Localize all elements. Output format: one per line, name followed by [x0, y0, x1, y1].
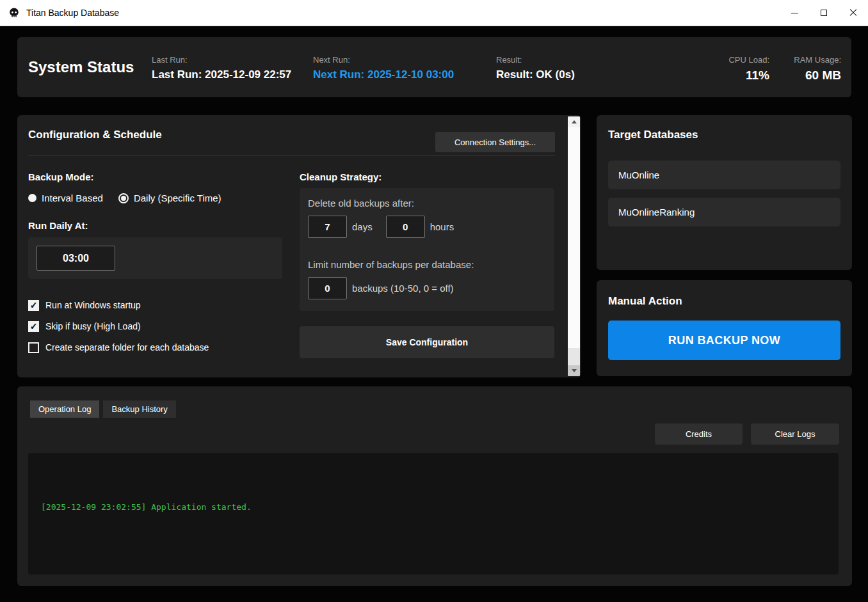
target-databases-panel: Target Databases MuOnline MuOnlineRankin…	[597, 115, 852, 270]
system-status-heading: System Status	[28, 58, 134, 76]
tab-backup-history[interactable]: Backup History	[103, 400, 175, 418]
scroll-up-button[interactable]	[568, 116, 580, 127]
minimize-button[interactable]	[780, 0, 809, 26]
limit-backups-label: Limit number of backups per database:	[308, 259, 474, 270]
next-run-label: Next Run:	[313, 55, 454, 65]
log-tabs: Operation Log Backup History	[30, 400, 176, 418]
database-list-item[interactable]: MuOnline	[608, 161, 840, 189]
backup-mode-radio-group: Interval Based Daily (Specific Time)	[28, 193, 221, 203]
maximize-icon	[821, 10, 827, 16]
result-column: Result: Result: OK (0s)	[496, 55, 575, 81]
daily-time-input[interactable]	[36, 246, 115, 271]
radio-daily-specific-time[interactable]: Daily (Specific Time)	[118, 193, 221, 203]
radio-daily-label: Daily (Specific Time)	[134, 193, 221, 203]
limit-backups-row: backups (10-50, 0 = off)	[308, 277, 454, 299]
scroll-up-icon	[572, 120, 577, 123]
next-run-column: Next Run: Next Run: 2025-12-10 03:00	[313, 55, 454, 81]
manual-action-panel: Manual Action RUN BACKUP NOW	[597, 280, 852, 376]
scroll-down-button[interactable]	[568, 365, 580, 376]
backup-limit-unit-label: backups (10-50, 0 = off)	[352, 283, 454, 294]
maximize-button[interactable]	[809, 0, 839, 26]
tab-label: Operation Log	[38, 404, 91, 414]
radio-icon[interactable]	[28, 194, 36, 202]
checkbox-label: Skip if busy (High Load)	[45, 321, 141, 331]
result-value: Result: OK (0s)	[496, 68, 575, 81]
manual-action-heading: Manual Action	[608, 295, 682, 308]
scrollbar-thumb[interactable]	[568, 127, 580, 348]
window-title: Titan Backup Database	[26, 8, 119, 18]
checkbox-label: Run at Windows startup	[45, 300, 141, 310]
minimize-icon	[791, 13, 798, 13]
radio-icon[interactable]	[118, 193, 129, 203]
checkbox-skip-if-busy[interactable]: Skip if busy (High Load)	[28, 320, 209, 333]
run-backup-now-button[interactable]: RUN BACKUP NOW	[608, 321, 840, 360]
delete-after-row: days hours	[308, 216, 454, 238]
last-run-label: Last Run:	[152, 55, 291, 65]
credits-button[interactable]: Credits	[655, 424, 743, 445]
days-unit-label: days	[352, 221, 373, 232]
cpu-load-value: 11%	[728, 68, 769, 83]
database-name: MuOnlineRanking	[618, 207, 695, 218]
checkbox-icon[interactable]	[28, 342, 39, 353]
connection-settings-button[interactable]: Connection Settings...	[435, 132, 555, 152]
clear-logs-button[interactable]: Clear Logs	[751, 424, 839, 445]
radio-interval-based[interactable]: Interval Based	[28, 193, 103, 203]
log-panel: Operation Log Backup History Credits Cle…	[17, 386, 852, 586]
last-run-column: Last Run: Last Run: 2025-12-09 22:57	[152, 55, 291, 81]
checkbox-icon[interactable]	[28, 300, 39, 311]
cleanup-strategy-panel: Delete old backups after: days hours Lim…	[300, 188, 554, 311]
log-console: [2025-12-09 23:02:55] Application starte…	[28, 453, 839, 574]
run-daily-at-label: Run Daily At:	[28, 220, 88, 231]
cpu-column: CPU Load: 11%	[728, 55, 769, 83]
target-databases-heading: Target Databases	[608, 129, 698, 141]
log-line: [2025-12-09 23:02:55] Application starte…	[41, 502, 252, 512]
scroll-down-icon	[572, 369, 577, 372]
tab-label: Backup History	[111, 404, 167, 414]
cleanup-strategy-label: Cleanup Strategy:	[300, 171, 382, 182]
last-run-value: Last Run: 2025-12-09 22:57	[152, 68, 291, 81]
close-button[interactable]	[839, 0, 868, 26]
configuration-panel: Configuration & Schedule Connection Sett…	[17, 115, 581, 377]
hours-unit-label: hours	[430, 221, 454, 232]
radio-interval-label: Interval Based	[42, 193, 103, 203]
backup-mode-label: Backup Mode:	[28, 171, 94, 182]
checkbox-separate-folder[interactable]: Create separate folder for each database	[28, 341, 209, 354]
next-run-value: Next Run: 2025-12-10 03:00	[313, 68, 454, 81]
window-controls	[780, 0, 868, 26]
ram-usage-label: RAM Usage:	[794, 55, 841, 65]
save-configuration-button[interactable]: Save Configuration	[300, 326, 554, 358]
result-label: Result:	[496, 55, 575, 65]
backup-limit-input[interactable]	[308, 277, 347, 299]
tab-operation-log[interactable]: Operation Log	[30, 400, 99, 418]
days-input[interactable]	[308, 216, 347, 238]
ram-column: RAM Usage: 60 MB	[794, 55, 841, 83]
app-skull-icon	[8, 6, 20, 19]
system-status-panel: System Status Last Run: Last Run: 2025-1…	[17, 37, 851, 97]
checkbox-run-at-windows-startup[interactable]: Run at Windows startup	[28, 299, 209, 312]
config-scrollbar[interactable]	[568, 116, 580, 376]
run-daily-time-panel	[28, 237, 282, 279]
close-icon	[849, 9, 857, 17]
delete-old-backups-label: Delete old backups after:	[308, 198, 414, 209]
titlebar[interactable]: Titan Backup Database	[0, 0, 868, 26]
checkbox-label: Create separate folder for each database	[45, 342, 209, 352]
configuration-heading: Configuration & Schedule	[28, 129, 162, 141]
cpu-load-label: CPU Load:	[728, 55, 769, 65]
divider	[28, 155, 555, 155]
startup-options-group: Run at Windows startup Skip if busy (Hig…	[28, 299, 209, 362]
hours-input[interactable]	[386, 216, 425, 238]
checkbox-icon[interactable]	[28, 321, 39, 332]
ram-usage-value: 60 MB	[794, 68, 841, 83]
database-list-item[interactable]: MuOnlineRanking	[608, 198, 840, 226]
database-name: MuOnline	[618, 170, 659, 180]
